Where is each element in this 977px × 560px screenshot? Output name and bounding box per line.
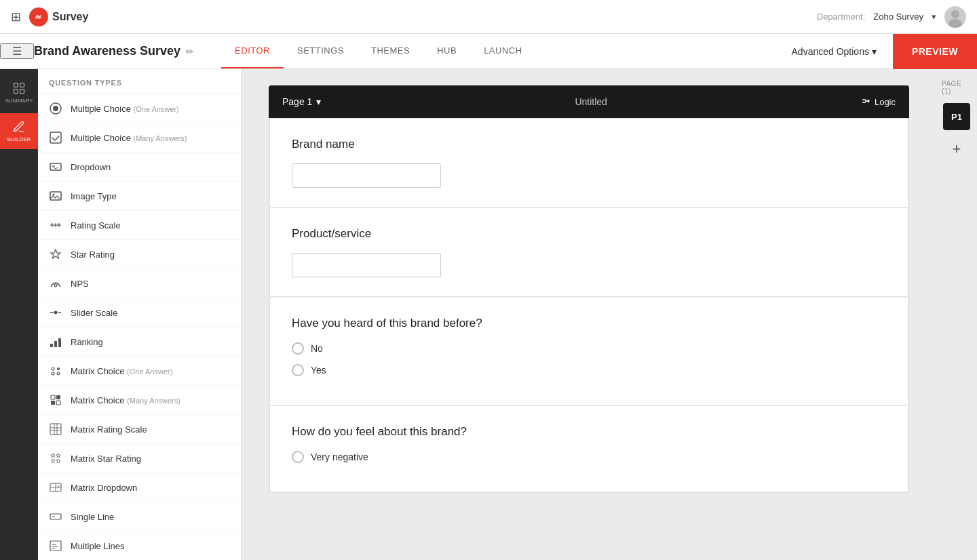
radio-yes: [292, 364, 304, 376]
ranking-icon: [49, 335, 62, 348]
logic-label: Logic: [875, 97, 896, 107]
svg-point-18: [54, 284, 57, 287]
page-title-button[interactable]: Page 1 ▾: [282, 96, 321, 107]
logo-icon: [29, 7, 48, 26]
tab-launch[interactable]: LAUNCH: [470, 34, 535, 68]
preview-button[interactable]: PREVIEW: [893, 34, 977, 69]
tab-hub[interactable]: HUB: [423, 34, 470, 68]
svg-rect-23: [58, 338, 61, 347]
second-navigation: ☰ Brand Awareness Survey ✏ EDITOR SETTIN…: [0, 34, 977, 69]
qtype-rating-scale[interactable]: Rating Scale: [38, 211, 241, 240]
builder-area: Page 1 ▾ Untitled Logic Brand name Produ…: [242, 69, 936, 560]
app-logo-area: Survey: [29, 7, 88, 26]
department-label: Department:: [817, 12, 866, 22]
tab-settings[interactable]: SETTINGS: [284, 34, 358, 68]
svg-point-1: [951, 10, 959, 18]
question-types-panel: Question Types Multiple Choice (One Answ…: [38, 69, 242, 560]
svg-rect-5: [14, 89, 18, 94]
qtype-multiple-choice-many[interactable]: Multiple Choice (Many Answers): [38, 123, 241, 153]
option-no-label: No: [311, 343, 323, 354]
svg-point-2: [949, 19, 962, 28]
svg-point-27: [57, 372, 60, 375]
app-name: Survey: [52, 11, 88, 23]
svg-rect-42: [50, 541, 61, 551]
svg-rect-22: [54, 341, 57, 347]
qtype-matrix-choice-one[interactable]: Matrix Choice (One Answer): [38, 357, 241, 386]
svg-point-20: [54, 311, 58, 315]
page-dropdown-icon: ▾: [316, 96, 321, 107]
grid-icon[interactable]: ⊞: [11, 9, 21, 24]
nav-right: Department: Zoho Survey ▾: [817, 6, 966, 28]
department-name[interactable]: Zoho Survey: [873, 12, 923, 22]
brand-name-input[interactable]: [292, 163, 441, 188]
qtype-matrix-rating-scale[interactable]: Matrix Rating Scale: [38, 415, 241, 444]
edit-title-icon[interactable]: ✏: [186, 46, 194, 57]
hamburger-button[interactable]: ☰: [0, 43, 34, 59]
advanced-options-button[interactable]: Advanced Options ▾: [781, 46, 887, 57]
nps-icon: [49, 277, 62, 290]
question-title-2: Product/service: [292, 227, 886, 241]
qtype-multiple-choice-one[interactable]: Multiple Choice (One Answer): [38, 94, 241, 123]
logic-button[interactable]: Logic: [861, 97, 896, 107]
matrix-star-icon: [49, 452, 62, 465]
qtype-image-type[interactable]: Image Type: [38, 182, 241, 211]
option-no[interactable]: No: [292, 342, 886, 355]
tab-themes[interactable]: THEMES: [358, 34, 423, 68]
svg-rect-40: [50, 514, 61, 519]
product-service-input[interactable]: [292, 253, 441, 277]
svg-rect-3: [14, 83, 18, 87]
question-card-1: Brand name: [269, 118, 908, 207]
page-chip-p1[interactable]: P1: [943, 103, 970, 130]
matrix-one-icon: [49, 364, 62, 378]
question-title-1: Brand name: [292, 138, 886, 151]
survey-cards: Brand name Product/service Have you hear…: [269, 118, 909, 493]
option-yes[interactable]: Yes: [292, 364, 886, 376]
svg-rect-32: [50, 424, 61, 435]
svg-rect-31: [56, 401, 60, 405]
page-indicator-label: PAGE (1): [942, 80, 972, 95]
icon-strip: SUMMARY BUILDER: [0, 69, 38, 560]
avatar[interactable]: [944, 6, 966, 28]
option-very-negative-label: Very negative: [311, 452, 368, 462]
qtype-ranking[interactable]: Ranking: [38, 327, 241, 357]
qtype-nps[interactable]: NPS: [38, 269, 241, 298]
strip-item-builder[interactable]: BUILDER: [0, 113, 38, 149]
image-icon: [49, 189, 62, 203]
slider-icon: [49, 306, 62, 319]
add-page-button[interactable]: +: [946, 138, 968, 160]
question-card-4: How do you feel about this brand? Very n…: [269, 405, 908, 492]
survey-title: Brand Awareness Survey: [34, 44, 186, 58]
radio-no: [292, 342, 304, 355]
question-card-2: Product/service: [269, 207, 908, 297]
panel-header: Question Types: [38, 69, 241, 94]
qtype-star-rating[interactable]: Star Rating: [38, 240, 241, 269]
radio-very-negative: [292, 451, 304, 463]
qtype-matrix-dropdown[interactable]: Matrix Dropdown: [38, 473, 241, 502]
qtype-matrix-choice-many[interactable]: Matrix Choice (Many Answers): [38, 386, 241, 415]
chevron-down-icon: ▾: [872, 46, 877, 57]
nav-tabs: EDITOR SETTINGS THEMES HUB LAUNCH: [221, 34, 536, 68]
radio-icon: [49, 102, 62, 115]
option-very-negative[interactable]: Very negative: [292, 451, 886, 463]
svg-rect-6: [20, 89, 24, 94]
svg-point-26: [52, 372, 54, 375]
qtype-single-line[interactable]: Single Line: [38, 502, 241, 532]
dropdown-icon: [49, 160, 62, 174]
strip-item-summary[interactable]: SUMMARY: [0, 75, 38, 111]
matrix-dropdown-icon: [49, 481, 62, 494]
tab-editor[interactable]: EDITOR: [221, 34, 284, 68]
svg-point-8: [53, 106, 58, 111]
strip-summary-label: SUMMARY: [5, 98, 33, 104]
qtype-dropdown[interactable]: Dropdown: [38, 153, 241, 182]
rating-scale-icon: [49, 218, 62, 232]
qtype-slider-scale[interactable]: Slider Scale: [38, 298, 241, 327]
nav-right-actions: Advanced Options ▾ PREVIEW: [781, 34, 977, 69]
main-content: SUMMARY BUILDER Question Types Multiple …: [0, 69, 977, 560]
qtype-multiple-lines[interactable]: Multiple Lines: [38, 532, 241, 560]
qtype-matrix-star-rating[interactable]: Matrix Star Rating: [38, 444, 241, 473]
dropdown-icon[interactable]: ▾: [932, 12, 936, 22]
checkbox-icon: [49, 131, 62, 144]
svg-rect-29: [56, 395, 60, 399]
multiple-lines-icon: [49, 539, 62, 553]
page-header: Page 1 ▾ Untitled Logic: [269, 85, 909, 118]
